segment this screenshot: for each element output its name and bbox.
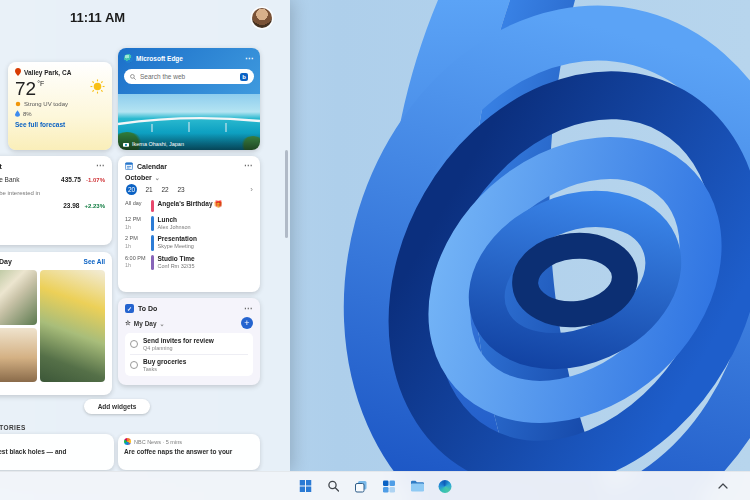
event-time: 2 PM <box>125 235 138 241</box>
calendar-event[interactable]: 6:00 PM 1h Studio Time Conf Rm 32/35 <box>125 255 253 270</box>
desktop: 11:11 AM Valley Park, CA 72 °F <box>0 0 750 500</box>
chevron-down-icon: ⌄ <box>155 174 160 181</box>
event-time: 6:00 PM <box>125 255 145 261</box>
event-time: 12 PM <box>125 216 141 222</box>
chevron-up-icon[interactable] <box>718 483 728 489</box>
calendar-event[interactable]: 2 PM 1h Presentation Skype Meeting <box>125 235 253 250</box>
weather-widget[interactable]: Valley Park, CA 72 °F <box>8 62 112 150</box>
panel-scrollbar[interactable] <box>285 150 288 238</box>
calendar-date[interactable]: 21 <box>145 186 153 193</box>
watchlist-note: You might be interested in <box>0 190 105 196</box>
news-card[interactable]: 3 mins the smallest black holes — and <box>0 434 114 470</box>
task-detail: Q4 planning <box>143 345 214 351</box>
edge-menu-button[interactable]: ⋯ <box>245 55 254 63</box>
taskbar-center <box>294 472 457 500</box>
event-detail: Conf Rm 32/35 <box>158 263 195 269</box>
todo-menu-button[interactable]: ⋯ <box>244 305 253 313</box>
photos-widget[interactable]: On This Day See All <box>0 252 112 395</box>
edge-widget[interactable]: Microsoft Edge ⋯ Search the web b <box>118 48 260 150</box>
edge-button[interactable] <box>434 475 457 498</box>
weather-location: Valley Park, CA <box>24 69 71 76</box>
event-title: Angela's Birthday <box>158 200 213 207</box>
calendar-date[interactable]: 23 <box>177 186 185 193</box>
event-duration: 1h <box>125 262 131 268</box>
file-explorer-button[interactable] <box>406 475 429 498</box>
calendar-month: October <box>125 174 152 181</box>
calendar-event[interactable]: All day Angela's Birthday 🎁 <box>125 200 253 212</box>
chevron-down-icon: ⌄ <box>160 320 165 327</box>
widgets-button[interactable] <box>378 475 401 498</box>
star-icon: ☆ <box>125 319 131 327</box>
todo-task[interactable]: Send invites for review Q4 planning <box>130 334 248 354</box>
calendar-icon <box>125 162 133 170</box>
photos-title: On This Day <box>0 258 12 265</box>
task-view-button[interactable] <box>350 475 373 498</box>
calendar-events: All day Angela's Birthday 🎁 12 PM 1h Lun… <box>125 200 253 270</box>
calendar-date[interactable]: 22 <box>161 186 169 193</box>
event-detail: Skype Meeting <box>158 243 197 249</box>
sun-icon <box>90 79 105 94</box>
calendar-date-strip: 20 21 22 23 › <box>125 184 253 195</box>
todo-logo-icon: ✓ <box>125 304 134 313</box>
weather-unit: °F <box>37 80 44 87</box>
chevron-right-icon[interactable]: › <box>250 185 253 194</box>
add-widgets-button[interactable]: Add widgets <box>84 399 150 414</box>
event-color-bar <box>151 200 154 212</box>
search-icon <box>327 480 339 492</box>
photo-thumbnail[interactable] <box>0 328 37 383</box>
task-view-icon <box>355 480 368 493</box>
stock-row[interactable]: Commerce Bank 435.75 -1.07% <box>0 176 105 183</box>
search-icon <box>130 74 136 80</box>
calendar-widget[interactable]: Calendar ⋯ October ⌄ 20 21 22 23 › All d… <box>118 156 260 292</box>
edge-widget-title: Microsoft Edge <box>136 55 183 62</box>
user-avatar[interactable] <box>252 8 272 28</box>
photo-caption: Ikema Ohashi, Japan <box>132 141 184 147</box>
news-meta: NBC News · 5 mins <box>134 439 182 445</box>
photo-thumbnail[interactable] <box>40 270 106 382</box>
event-detail: Alex Johnson <box>158 224 191 230</box>
calendar-date-selected[interactable]: 20 <box>126 184 137 195</box>
calendar-title: Calendar <box>137 163 167 170</box>
event-title: Studio Time <box>158 255 195 262</box>
raindrop-icon <box>15 110 20 117</box>
todo-task[interactable]: Buy groceries Tasks <box>130 354 248 375</box>
edge-photo[interactable]: Ikema Ohashi, Japan <box>118 94 260 150</box>
photo-caption-row: Ikema Ohashi, Japan <box>118 133 260 150</box>
news-headline: the smallest black holes — and <box>0 448 108 455</box>
edge-logo-icon <box>124 54 133 63</box>
nbc-news-logo <box>124 438 131 445</box>
search-button[interactable] <box>322 475 345 498</box>
edge-search-input[interactable]: Search the web b <box>124 69 254 84</box>
task-checkbox[interactable] <box>130 340 138 348</box>
watchlist-widget[interactable]: Watchlist ⋯ Commerce Bank 435.75 -1.07% … <box>0 156 112 245</box>
stock-row[interactable]: 23.98 +2.23% <box>0 202 105 209</box>
add-task-button[interactable]: + <box>241 317 253 329</box>
task-checkbox[interactable] <box>130 361 138 369</box>
task-title: Send invites for review <box>143 337 214 344</box>
todo-title: To Do <box>138 305 157 312</box>
stock-change: -1.07% <box>86 177 105 183</box>
watchlist-menu-button[interactable]: ⋯ <box>96 162 105 170</box>
start-button[interactable] <box>294 475 317 498</box>
taskbar <box>0 471 750 500</box>
see-full-forecast-link[interactable]: See full forecast <box>15 121 105 128</box>
file-explorer-icon <box>410 480 424 492</box>
todo-widget[interactable]: ✓ To Do ⋯ ☆ My Day ⌄ + Send invites for … <box>118 298 260 385</box>
edge-icon <box>439 480 452 493</box>
edge-search-placeholder: Search the web <box>140 73 185 80</box>
calendar-event[interactable]: 12 PM 1h Lunch Alex Johnson <box>125 216 253 231</box>
task-detail: Tasks <box>143 366 186 372</box>
camera-icon <box>123 142 129 147</box>
news-card[interactable]: NBC News · 5 mins Are coffee naps the an… <box>118 434 260 470</box>
uv-icon <box>15 101 21 107</box>
event-duration: 1h <box>125 224 131 230</box>
photo-thumbnail[interactable] <box>0 270 37 325</box>
stock-value: 23.98 <box>63 202 79 209</box>
weather-temp-row: 72 °F <box>15 79 105 98</box>
calendar-month-selector[interactable]: October ⌄ <box>125 174 253 181</box>
event-title: Lunch <box>158 216 191 223</box>
see-all-link[interactable]: See All <box>84 258 105 265</box>
calendar-menu-button[interactable]: ⋯ <box>244 162 253 170</box>
todo-list-name[interactable]: My Day <box>134 320 157 327</box>
weather-condition: Strong UV today <box>24 101 68 107</box>
